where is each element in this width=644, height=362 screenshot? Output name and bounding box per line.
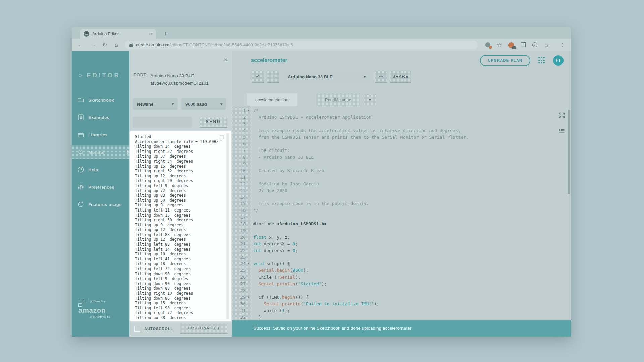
adblock-hand-icon[interactable]: 1 [508,42,515,48]
fold-arrow-icon [246,247,251,254]
sidebar-item-libraries[interactable]: Libraries [72,128,129,141]
user-avatar[interactable]: FT [553,55,564,66]
back-icon[interactable]: ← [76,42,86,48]
serial-monitor-panel: × PORT: Arduino Nano 33 BLEat /dev/cu.us… [129,51,232,337]
puzzle-extension-icon[interactable] [543,42,550,48]
tab-readme-adoc[interactable]: ReadMe.adoc [316,93,360,106]
bookmark-star-icon[interactable]: ☆ [496,42,503,48]
line-ending-select[interactable]: Newline ▾ [133,98,178,110]
sidebar-item-preferences[interactable]: Preferences [72,180,129,194]
code-editor[interactable]: 1▼/*2 Arduino LSM9DS1 - Accelerometer Ap… [232,106,571,320]
fold-arrow-icon[interactable]: ▼ [246,107,251,114]
fold-arrow-icon [246,314,251,320]
sidebar-item-label: Examples [88,115,109,120]
browser-tab-bar: ∞ Arduino Editor × + [72,27,571,39]
fullscreen-icon[interactable] [558,112,566,120]
url-bar[interactable]: create.arduino.cc/editor/FT-CONTENT/cebb… [125,41,478,49]
tab-dropdown-button[interactable]: ▾ [364,95,376,105]
editor-main: accelerometer UPGRADE PLAN FT ✓ → Arduin… [232,51,571,337]
code-line: 26 while (!Serial); [232,274,571,281]
board-name: Arduino Nano 33 BLE [288,74,333,79]
tab-close-icon[interactable]: × [148,31,153,37]
editor-scrollbar[interactable] [568,110,570,194]
code-line: 32 } [232,314,571,320]
line-number: 10 [232,167,246,174]
code-text: Serial.begin(9600); [251,267,308,274]
check-icon: ✓ [255,73,260,79]
sidebar-item-examples[interactable]: Examples [72,111,129,124]
code-text: Modified by Jose García [251,181,319,187]
code-line: 4 This example reads the acceleration va… [232,127,571,134]
send-button[interactable]: SEND [200,117,227,128]
monitor-scrollbar[interactable] [226,133,229,319]
line-number: 19 [232,227,246,234]
sidebar-item-help[interactable]: Help [72,163,129,176]
line-number: 16 [232,207,246,214]
sidebar-item-sketchbook[interactable]: Sketchbook [72,93,129,107]
tab-accelerometer-ino[interactable]: accelerometer.ino [247,93,297,106]
board-select[interactable]: Arduino Nano 33 BLE ▾ [283,71,370,83]
copy-icon[interactable] [218,134,224,141]
monitor-close-icon[interactable]: × [224,56,227,64]
share-button[interactable]: SHARE [390,71,411,83]
fold-arrow-icon [246,167,251,174]
code-line: 11 [232,174,571,181]
editor-header: accelerometer UPGRADE PLAN FT [232,51,571,70]
fold-arrow-icon[interactable]: ▼ [246,294,251,301]
serial-message-input[interactable] [133,117,192,128]
monitor-line: Tilting left 14 degrees [135,247,229,252]
browser-menu-icon[interactable]: ⋮ [559,42,566,48]
monitor-line: Accelerometer sample rate = 119.00Hz [135,139,229,144]
line-number: 20 [232,234,246,241]
disconnect-button[interactable]: DISCONNECT [180,323,227,334]
baud-rate-select[interactable]: 9600 baud ▾ [181,98,226,110]
upload-button[interactable]: → [267,71,279,83]
fold-arrow-icon[interactable]: ▼ [246,260,251,267]
monitor-output[interactable]: StartedAccelerometer sample rate = 119.0… [132,133,229,319]
apps-grid-icon[interactable] [538,57,545,64]
autoscroll-checkbox[interactable] [134,326,140,332]
code-line: 24▼void setup() { [232,260,571,267]
fold-arrow-icon [246,194,251,201]
folder-icon [77,96,85,104]
sidebar-item-monitor[interactable]: Monitor [72,145,129,159]
upgrade-plan-button[interactable]: UPGRADE PLAN [480,55,530,66]
sidebar: > EDITOR SketchbookExamplesLibrariesMoni… [72,51,129,337]
new-tab-button[interactable]: + [162,30,170,38]
code-line: 19 [232,227,571,234]
extension-box-icon[interactable] [520,42,526,48]
monitor-line: Tilting up 50 degrees [135,198,229,203]
code-text: #include <Arduino_LSM9DS1.h> [251,221,327,227]
url-domain: create.arduino.cc [136,42,169,47]
fold-arrow-icon [246,267,251,274]
sidebar-item-features-usage[interactable]: Features usage [72,198,129,211]
code-line: 13 27 Nov 2020 [232,187,571,194]
reload-icon[interactable]: ↻ [100,41,109,48]
verify-button[interactable]: ✓ [252,71,264,83]
code-line: 12 Modified by Jose García [232,181,571,187]
console-format-icon[interactable] [558,127,566,136]
browser-tab[interactable]: ∞ Arduino Editor × [80,29,156,39]
info-icon[interactable]: i [531,42,538,48]
line-number: 8 [232,154,246,161]
monitor-line: Tilting down 15 degrees [135,213,229,218]
forward-icon[interactable]: → [88,42,98,48]
home-icon[interactable]: ⌂ [112,42,121,48]
monitor-line: Tilting up 18 degrees [135,261,229,266]
chevron-down-icon: ▾ [364,75,366,79]
code-line: 6 [232,140,571,147]
code-text: int degreesY = 0; [251,247,298,254]
line-number: 12 [232,181,246,187]
more-options-button[interactable]: ••• [375,71,387,83]
monitor-line: Tilting right 20 degrees [135,178,229,183]
code-text [251,227,253,234]
editor-tabs: accelerometer.inoReadMe.adoc [247,93,360,106]
site-shortcut-icon[interactable] [484,42,491,48]
amazon-text: amazon [78,308,110,313]
code-text: Serial.println("Failed to initialize IMU… [251,301,379,307]
monitor-line: Tilting right 34 degrees [135,159,229,164]
code-line: 9 [232,161,571,167]
monitor-line: Tilting up 58 degrees [135,315,229,319]
code-line: 22int degreesY = 0; [232,247,571,254]
monitor-line: Tilting right 50 degrees [135,218,229,223]
